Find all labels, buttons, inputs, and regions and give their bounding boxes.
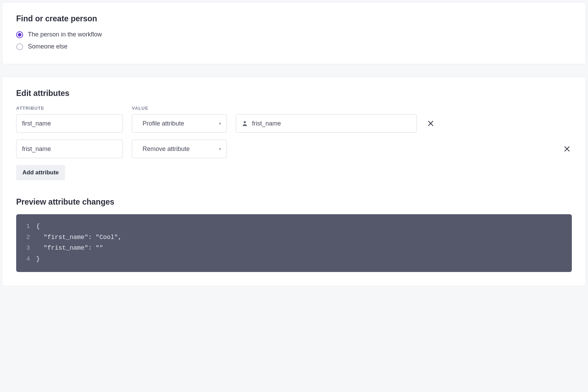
code-text: "frist_name": "" <box>36 243 103 254</box>
code-line: 2 "first_name": "Cool", <box>22 232 566 243</box>
value-action-select[interactable]: Profile attribute ▼ <box>132 114 227 133</box>
close-icon <box>564 146 570 152</box>
code-text: { <box>36 221 40 232</box>
radio-label: Someone else <box>28 43 67 50</box>
radio-icon <box>16 43 23 50</box>
preview-code-block: 1 { 2 "first_name": "Cool", 3 "frist_nam… <box>16 214 572 272</box>
find-person-card: Find or create person The person in the … <box>2 2 586 64</box>
caret-down-icon: ▼ <box>218 122 222 126</box>
line-number: 3 <box>22 243 30 254</box>
radio-label: The person in the workflow <box>28 31 102 38</box>
radio-someone-else[interactable]: Someone else <box>16 43 572 50</box>
header-attribute: ATTRIBUTE <box>16 106 123 111</box>
header-value: VALUE <box>132 106 227 111</box>
remove-row-button[interactable] <box>426 119 435 128</box>
code-line: 4 } <box>22 254 566 265</box>
value-action-select[interactable]: Remove attribute ▼ <box>132 140 227 158</box>
attribute-row: Remove attribute ▼ <box>16 140 572 158</box>
value-reference-field[interactable]: frist_name <box>236 114 417 133</box>
find-person-title: Find or create person <box>16 14 572 23</box>
attribute-rows: Profile attribute ▼ frist_name Remove at… <box>16 114 572 158</box>
code-text: } <box>36 254 40 265</box>
code-line: 3 "frist_name": "" <box>22 243 566 254</box>
line-number: 2 <box>22 232 30 243</box>
select-label: Remove attribute <box>143 145 190 153</box>
close-icon <box>428 120 434 127</box>
radio-icon <box>16 31 23 38</box>
svg-point-0 <box>244 121 246 123</box>
attribute-name-input[interactable] <box>16 140 123 158</box>
edit-attributes-title: Edit attributes <box>16 89 572 98</box>
remove-row-button[interactable] <box>562 144 572 154</box>
person-icon <box>242 120 248 127</box>
radio-person-in-workflow[interactable]: The person in the workflow <box>16 31 572 38</box>
edit-attributes-card: Edit attributes ATTRIBUTE VALUE Profile … <box>2 77 586 286</box>
code-line: 1 { <box>22 221 566 232</box>
line-number: 1 <box>22 221 30 232</box>
attribute-row: Profile attribute ▼ frist_name <box>16 114 572 133</box>
value-reference-label: frist_name <box>252 120 281 127</box>
add-attribute-button[interactable]: Add attribute <box>16 165 65 180</box>
code-text: "first_name": "Cool", <box>36 232 122 243</box>
column-headers: ATTRIBUTE VALUE <box>16 106 572 111</box>
caret-down-icon: ▼ <box>218 147 222 151</box>
line-number: 4 <box>22 254 30 265</box>
attribute-name-input[interactable] <box>16 114 123 133</box>
select-label: Profile attribute <box>143 120 184 127</box>
person-radio-group: The person in the workflow Someone else <box>16 31 572 50</box>
preview-title: Preview attribute changes <box>16 197 572 207</box>
